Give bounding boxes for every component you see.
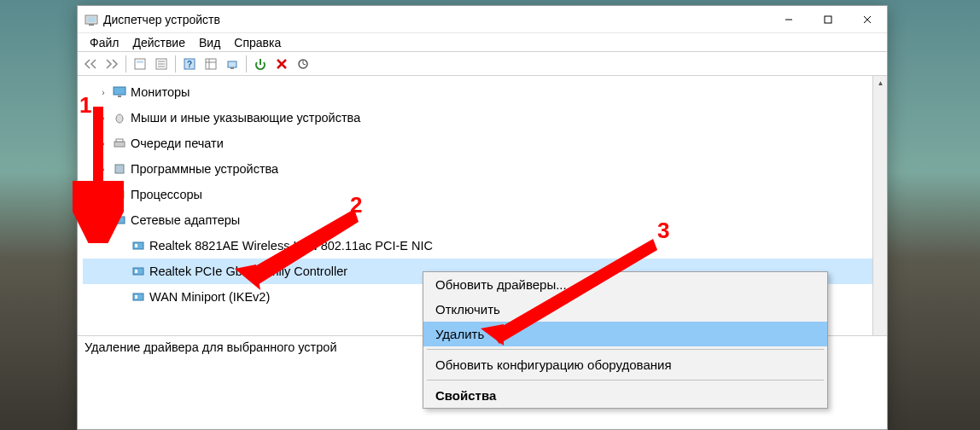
ctx-properties[interactable]: Свойства [423,383,827,408]
show-hide-button[interactable] [131,55,149,73]
svg-rect-8 [137,61,143,63]
svg-rect-28 [115,165,124,173]
window-title: Диспетчер устройств [103,13,769,26]
window-controls [769,7,887,32]
svg-rect-30 [114,217,125,224]
help-button[interactable]: ? [180,55,199,73]
mouse-icon [112,111,127,125]
svg-rect-2 [89,24,94,26]
ctx-disable[interactable]: Отключить [423,297,827,322]
menu-file[interactable]: Файл [83,34,125,51]
svg-rect-23 [114,87,125,95]
network-icon [131,290,146,304]
tree-label: Процессоры [131,188,202,201]
close-button[interactable] [848,7,887,32]
minimize-button[interactable] [769,7,808,32]
ctx-uninstall[interactable]: Удалить [423,322,827,346]
ctx-update-drivers[interactable]: Обновить драйверы... [423,272,827,297]
separator [427,349,824,350]
menu-view[interactable]: Вид [192,34,227,51]
list-button[interactable] [201,55,220,73]
svg-rect-29 [115,191,124,198]
tree-label: WAN Miniport (IKEv2) [149,290,270,304]
svg-rect-37 [135,295,137,299]
tree-item-adapter-wifi[interactable]: Realtek 8821AE Wireless LAN 802.11ac PCI… [83,233,887,259]
svg-rect-32 [133,242,143,249]
svg-rect-31 [116,218,119,222]
status-text: Удаление драйвера для выбранного устрой [85,340,337,354]
back-button[interactable] [81,55,100,73]
vertical-scrollbar[interactable]: ▲ [872,76,887,335]
maximize-button[interactable] [808,7,848,32]
context-menu: Обновить драйверы... Отключить Удалить О… [423,271,828,409]
menu-action[interactable]: Действие [125,34,192,51]
chevron-right-icon: › [98,190,108,200]
tree-item-mice[interactable]: › Мыши и иные указывающие устройства [83,105,887,131]
separator [125,55,126,73]
svg-rect-4 [825,16,831,23]
svg-point-25 [116,114,123,123]
svg-rect-15 [206,59,216,69]
printer-icon [112,137,127,150]
svg-rect-19 [230,67,234,69]
uninstall-button[interactable] [272,55,291,73]
svg-rect-36 [133,293,143,300]
tree-item-print-queues[interactable]: › Очереди печати [83,131,887,156]
menu-help[interactable]: Справка [227,34,288,51]
tree-label: Программные устройства [131,162,278,176]
tree-item-processors[interactable]: › Процессоры [83,182,887,207]
enable-button[interactable] [251,55,270,73]
ctx-scan-hardware[interactable]: Обновить конфигурацию оборудования [423,352,827,377]
scan-button[interactable] [294,55,312,73]
tree-label: Очереди печати [131,137,224,150]
scroll-up-icon[interactable]: ▲ [873,76,887,90]
properties-button[interactable] [152,55,171,73]
svg-rect-7 [135,59,145,69]
tree-label: Мыши и иные указывающие устройства [131,111,360,125]
software-device-icon [112,162,127,176]
separator [246,55,247,73]
tree-label: Сетевые адаптеры [131,213,240,227]
cpu-icon [112,188,127,201]
svg-rect-26 [114,142,125,147]
svg-rect-34 [133,268,143,275]
svg-rect-24 [118,96,121,97]
network-icon [131,264,146,278]
network-icon [131,239,146,253]
app-icon [85,13,98,26]
tree-label: Realtek PCIe GbE Family Controller [149,264,347,278]
update-driver-button[interactable] [223,55,242,73]
svg-text:?: ? [187,60,192,69]
network-icon [112,213,127,227]
titlebar[interactable]: Диспетчер устройств [78,6,887,33]
separator [427,380,824,381]
tree-label: Realtek 8821AE Wireless LAN 802.11ac PCI… [149,239,433,253]
svg-rect-35 [135,270,137,273]
svg-rect-27 [116,139,123,142]
svg-rect-18 [228,61,236,67]
tree-item-network-adapters[interactable]: ⌄ Сетевые адаптеры [83,207,887,233]
svg-rect-33 [135,244,137,247]
chevron-right-icon: › [98,113,108,123]
tree-item-software-devices[interactable]: › Программные устройства [83,156,887,182]
tree-item-monitors[interactable]: › Мониторы [83,79,887,105]
forward-button[interactable] [102,55,121,73]
toolbar: ? [78,52,887,76]
chevron-right-icon: › [98,139,108,148]
menubar: Файл Действие Вид Справка [78,33,887,52]
svg-rect-1 [87,17,96,22]
chevron-right-icon: › [98,88,108,97]
monitor-icon [112,85,127,99]
chevron-down-icon: ⌄ [98,216,108,225]
separator [175,55,176,73]
chevron-right-icon: › [98,165,108,174]
tree-label: Мониторы [131,85,190,99]
